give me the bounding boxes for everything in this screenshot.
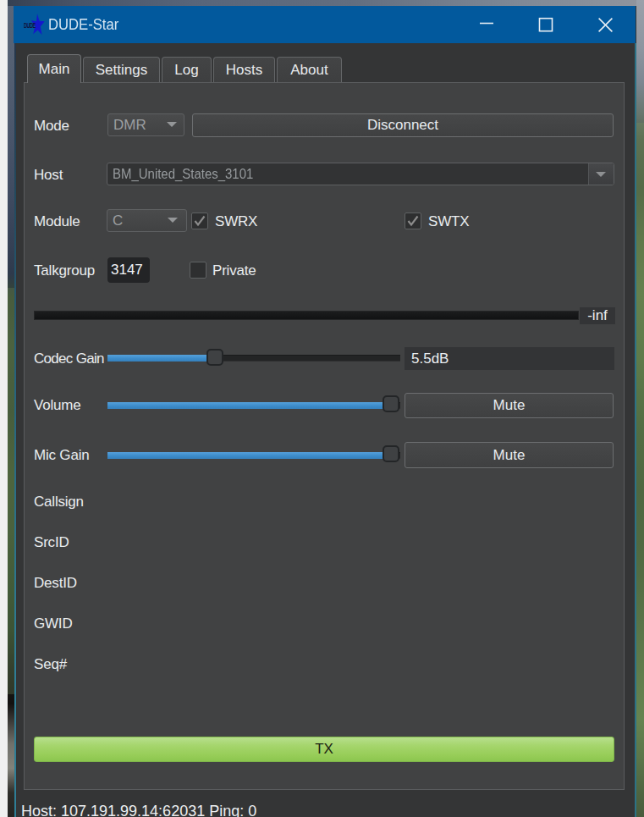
- svg-text:DUDE: DUDE: [24, 21, 36, 30]
